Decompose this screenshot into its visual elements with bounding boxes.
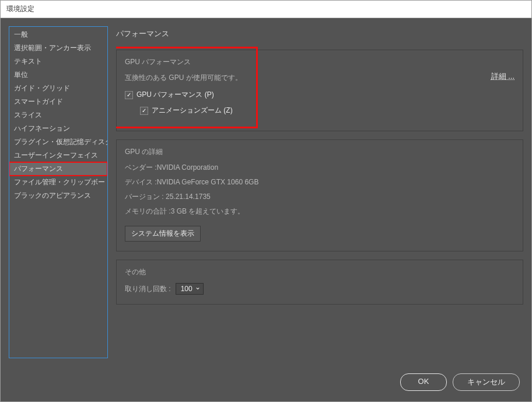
device-line: デバイス :NVIDIA GeForce GTX 1060 6GB (125, 177, 514, 187)
version-line: バージョン : 25.21.14.1735 (125, 192, 514, 202)
sidebar-item-text[interactable]: テキスト (9, 55, 107, 68)
sidebar-item-plugins-scratch[interactable]: プラグイン・仮想記憶ディスク (9, 135, 107, 149)
other-panel: その他 取り消し回数 : 100 (116, 260, 523, 305)
checkbox-label: GPU パフォーマンス (P) (136, 90, 214, 100)
sidebar-item-performance[interactable]: パフォーマンス (9, 162, 107, 176)
sidebar-item-units[interactable]: 単位 (9, 68, 107, 82)
sidebar-item-slices[interactable]: スライス (9, 109, 107, 122)
sidebar: 一般 選択範囲・アンカー表示 テキスト 単位 ガイド・グリッド スマートガイド … (9, 26, 108, 358)
window-title: 環境設定 (1, 1, 531, 18)
system-info-button[interactable]: システム情報を表示 (125, 226, 201, 242)
checkbox-icon: ✓ (125, 91, 133, 99)
dialog-footer: OK キャンセル (1, 366, 531, 401)
dialog-body: 一般 選択範囲・アンカー表示 テキスト 単位 ガイド・グリッド スマートガイド … (1, 18, 531, 366)
sidebar-item-file-clipboard[interactable]: ファイル管理・クリップボード (9, 176, 107, 189)
gpu-detail-title: GPU の詳細 (125, 147, 514, 157)
detail-button[interactable]: 詳細 ... (491, 72, 514, 81)
animation-zoom-checkbox-row[interactable]: ✓ アニメーションズーム (Z) (140, 106, 514, 116)
undo-count-row: 取り消し回数 : 100 (125, 283, 514, 295)
gpu-compat-text: 互換性のある GPU が使用可能です。 (125, 73, 514, 83)
undo-count-label: 取り消し回数 : (125, 284, 171, 294)
gpu-performance-title: GPU パフォーマンス (125, 57, 514, 67)
sidebar-item-black-appearance[interactable]: ブラックのアピアランス (9, 189, 107, 202)
sidebar-item-ui[interactable]: ユーザーインターフェイス (9, 149, 107, 162)
other-title: その他 (125, 267, 514, 277)
ok-button[interactable]: OK (400, 373, 447, 391)
sidebar-item-selection-anchor[interactable]: 選択範囲・アンカー表示 (9, 41, 107, 55)
sidebar-item-general[interactable]: 一般 (9, 28, 107, 41)
gpu-performance-checkbox-row[interactable]: ✓ GPU パフォーマンス (P) (125, 90, 514, 100)
main-content: パフォーマンス GPU パフォーマンス 互換性のある GPU が使用可能です。 … (116, 26, 523, 358)
preferences-window: 環境設定 一般 選択範囲・アンカー表示 テキスト 単位 ガイド・グリッド スマー… (0, 0, 532, 402)
memory-line: メモリの合計 :3 GB を超えています。 (125, 207, 514, 216)
sidebar-item-hyphenation[interactable]: ハイフネーション (9, 122, 107, 135)
sidebar-item-guides-grid[interactable]: ガイド・グリッド (9, 82, 107, 95)
sidebar-item-smart-guides[interactable]: スマートガイド (9, 95, 107, 109)
gpu-detail-panel: GPU の詳細 ベンダー :NVIDIA Corporation デバイス :N… (116, 139, 523, 251)
checkbox-icon: ✓ (140, 107, 148, 115)
gpu-performance-panel: GPU パフォーマンス 互換性のある GPU が使用可能です。 ✓ GPU パフ… (116, 50, 523, 131)
cancel-button[interactable]: キャンセル (453, 373, 520, 391)
undo-count-select[interactable]: 100 (176, 283, 204, 295)
checkbox-label: アニメーションズーム (Z) (152, 106, 233, 116)
vendor-line: ベンダー :NVIDIA Corporation (125, 163, 514, 173)
page-title: パフォーマンス (116, 26, 523, 41)
